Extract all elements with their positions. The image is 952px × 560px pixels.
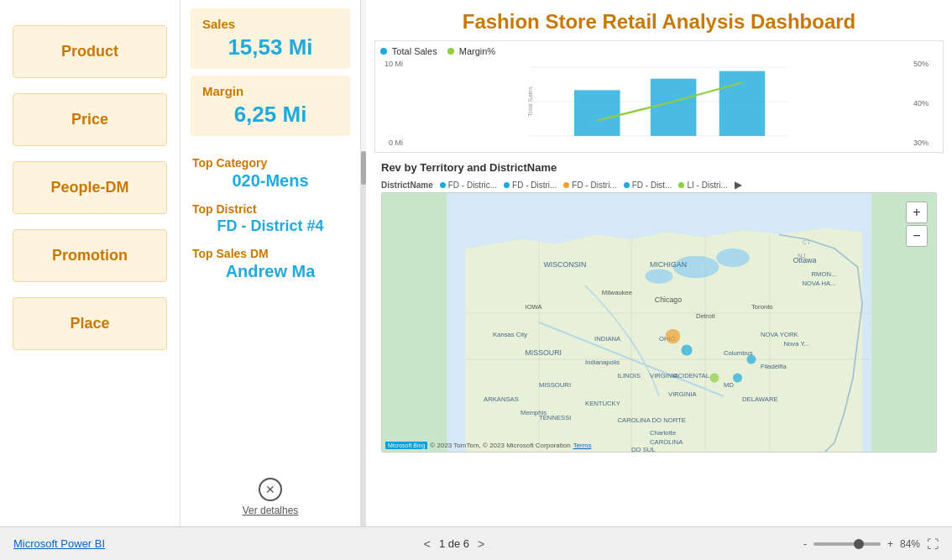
main-content: Product Price People-DM Promotion Place … [0, 0, 952, 526]
copyright-text: © 2023 TomTom, © 2023 Microsoft Corporat… [430, 442, 570, 449]
sidebar: Product Price People-DM Promotion Place [0, 0, 180, 526]
map-legend-5: LI - Distri... [678, 181, 727, 190]
svg-text:NOVA YORK: NOVA YORK [761, 331, 798, 338]
top-category-label: Top Category [192, 156, 348, 170]
svg-text:Milwaukee: Milwaukee [602, 289, 632, 296]
footer-nav: < 1 de 6 > [424, 537, 485, 551]
svg-text:MICHIGAN: MICHIGAN [650, 260, 687, 269]
svg-rect-4 [574, 90, 620, 136]
map-svg: Chicago Detroit Toronto Milwaukee IOWA M… [382, 193, 936, 452]
scroll-thumb[interactable] [361, 151, 366, 185]
map-legend-1: FD - Distric... [440, 181, 497, 190]
svg-text:Memphis: Memphis [520, 409, 547, 416]
svg-point-57 [666, 329, 681, 344]
svg-text:ARKANSAS: ARKANSAS [484, 395, 519, 403]
svg-point-59 [710, 374, 719, 383]
y-axis-left: 10 Mi 0 Mi [380, 60, 405, 147]
sidebar-item-price[interactable]: Price [13, 93, 167, 146]
page-info: 1 de 6 [439, 537, 469, 550]
svg-text:INDIANA: INDIANA [594, 335, 621, 343]
svg-text:VIRGINIA: VIRGINIA [668, 390, 698, 398]
svg-text:MD: MD [724, 381, 734, 389]
legend-circle-5 [678, 182, 684, 188]
map-legend-2: FD - Distri... [504, 181, 557, 190]
svg-text:CAROLINA DO NORTE: CAROLINA DO NORTE [618, 416, 686, 424]
margin-label: Margin [202, 84, 338, 98]
fullscreen-icon[interactable]: ⛶ [927, 537, 939, 551]
map-watermark: Microsoft Bing © 2023 TomTom, © 2023 Mic… [385, 442, 591, 449]
power-bi-brand[interactable]: Microsoft Power BI [13, 537, 105, 550]
zoom-slider[interactable] [813, 542, 881, 546]
svg-text:ILINOIS: ILINOIS [618, 372, 641, 379]
nav-prev-button[interactable]: < [424, 537, 431, 551]
center-wrapper: Sales 15,53 Mi Margin 6,25 Mi Top Catego… [180, 0, 366, 526]
svg-rect-5 [651, 79, 697, 136]
svg-point-61 [747, 355, 756, 364]
total-sales-dot [380, 48, 387, 55]
margin-dot [447, 48, 454, 55]
zoom-level: 84% [900, 538, 920, 550]
svg-text:Columbus: Columbus [724, 349, 753, 357]
district-name-label: DistrictName [381, 181, 433, 190]
detail-circle-icon: ✕ [259, 478, 282, 501]
svg-text:Nova Y...: Nova Y... [784, 340, 810, 348]
detail-area: ✕ Ver detalhes [180, 468, 360, 526]
line-chart-svg: Total Sales 201401 201402 201403 MonthI [405, 60, 911, 144]
map-legend-more[interactable]: ▶ [735, 179, 742, 191]
nav-next-button[interactable]: > [478, 537, 484, 551]
svg-rect-6 [719, 71, 766, 136]
top-category-value: 020-Mens [192, 171, 348, 191]
svg-point-14 [646, 269, 673, 284]
sidebar-item-place[interactable]: Place [13, 297, 167, 350]
zoom-plus[interactable]: + [887, 538, 893, 550]
svg-text:Indianapolis: Indianapolis [585, 359, 620, 366]
map-title: Rev by Territory and DistrictName [374, 158, 944, 177]
svg-text:NJ: NJ [798, 252, 806, 259]
top-sales-dm-value: Andrew Ma [192, 262, 348, 281]
ver-detalhes-link[interactable]: Ver detalhes [191, 505, 350, 516]
svg-point-58 [681, 344, 692, 355]
chart-legend: Total Sales Margin% [380, 46, 938, 56]
svg-text:201401: 201401 [587, 142, 607, 144]
sales-metric-box: Sales 15,53 Mi [191, 8, 350, 69]
svg-text:IOWA: IOWA [526, 303, 543, 311]
sidebar-item-product[interactable]: Product [13, 25, 167, 78]
margin-value: 6,25 Mi [202, 102, 338, 128]
svg-point-13 [716, 249, 750, 267]
map-legend-3: FD - Distri... [563, 181, 616, 190]
svg-text:OCIDENTAL: OCIDENTAL [673, 372, 710, 379]
map-area[interactable]: Chicago Detroit Toronto Milwaukee IOWA M… [381, 192, 937, 453]
legend-circle-3 [563, 182, 569, 188]
svg-text:201403: 201403 [732, 142, 752, 144]
map-legend-row: DistrictName FD - Distric... FD - Distri… [374, 177, 944, 192]
info-section: Top Category 020-Mens Top District FD - … [180, 136, 360, 468]
zoom-in-button[interactable]: + [906, 201, 928, 223]
top-district-label: Top District [192, 202, 348, 216]
svg-text:KENTUCKY: KENTUCKY [585, 400, 620, 407]
svg-text:Chicago: Chicago [655, 296, 682, 304]
footer: Microsoft Power BI < 1 de 6 > - + 84% ⛶ [0, 526, 952, 560]
top-sales-dm-label: Top Sales DM [192, 247, 348, 260]
svg-text:Toronto: Toronto [751, 303, 773, 311]
svg-text:MISSOURI: MISSOURI [526, 348, 562, 357]
legend-circle-2 [504, 182, 510, 188]
svg-text:Charlotte: Charlotte [650, 429, 676, 437]
svg-text:DELAWARE: DELAWARE [742, 395, 778, 403]
line-chart-container: Total Sales Margin% 10 Mi 0 Mi [374, 40, 944, 153]
svg-text:RMON...: RMON... [812, 270, 837, 278]
zoom-minus[interactable]: - [803, 538, 807, 550]
center-panel: Sales 15,53 Mi Margin 6,25 Mi Top Catego… [180, 0, 361, 526]
margin-metric-box: Margin 6,25 Mi [191, 76, 350, 136]
scroll-bar[interactable] [361, 151, 366, 526]
sidebar-item-promotion[interactable]: Promotion [13, 229, 167, 282]
svg-text:Filadélfia: Filadélfia [761, 363, 787, 370]
svg-point-60 [733, 374, 742, 383]
svg-text:NOVA HA...: NOVA HA... [803, 280, 836, 287]
zoom-out-button[interactable]: − [906, 225, 928, 247]
sales-value: 15,53 Mi [202, 34, 338, 60]
sidebar-item-people-dm[interactable]: People-DM [13, 161, 167, 214]
svg-text:201402: 201402 [663, 142, 683, 144]
map-section: Rev by Territory and DistrictName Distri… [366, 158, 952, 526]
legend-margin: Margin% [447, 46, 495, 56]
terms-link[interactable]: Terms [573, 442, 592, 449]
